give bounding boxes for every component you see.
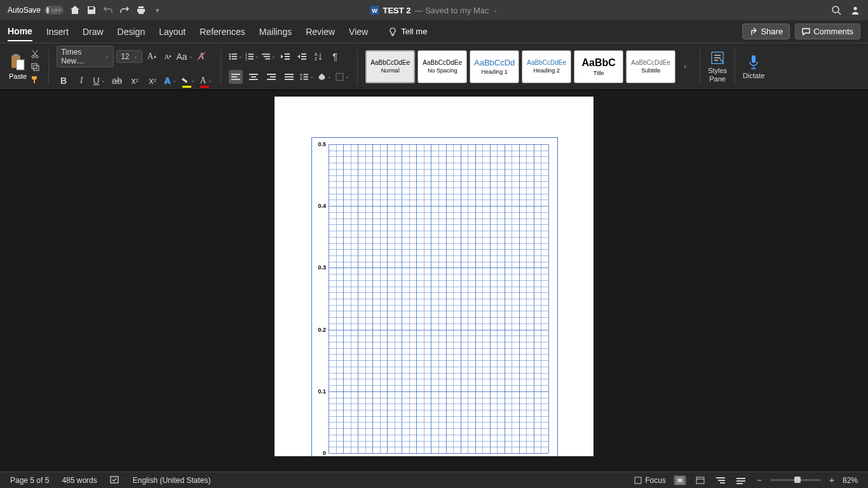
borders-icon[interactable]: ⌄: [336, 70, 349, 84]
svg-rect-37: [249, 74, 258, 75]
align-right-icon[interactable]: [264, 70, 278, 84]
italic-icon[interactable]: I: [74, 74, 88, 88]
focus-mode[interactable]: Focus: [634, 476, 666, 485]
ribbon-tabs: Home Insert Draw Design Layout Reference…: [0, 20, 868, 43]
account-icon[interactable]: [850, 5, 860, 15]
spellcheck-icon[interactable]: [110, 476, 120, 485]
style-heading-1[interactable]: AaBbCcDdHeading 1: [470, 50, 519, 83]
chevron-down-icon[interactable]: ⌄: [493, 7, 498, 13]
slider-thumb[interactable]: [794, 477, 801, 483]
svg-rect-31: [301, 58, 306, 60]
svg-rect-48: [304, 78, 308, 79]
redo-icon[interactable]: [119, 5, 130, 15]
language-indicator[interactable]: English (United States): [133, 476, 211, 485]
increase-font-icon[interactable]: A▴: [145, 50, 159, 64]
style-name: Heading 2: [534, 67, 560, 74]
underline-icon[interactable]: U⌄: [92, 74, 106, 88]
sort-icon[interactable]: AZ: [311, 50, 325, 64]
svg-rect-36: [231, 79, 240, 80]
style-subtitle[interactable]: AaBbCcDdEeSubtitle: [626, 50, 675, 83]
web-layout-view-icon[interactable]: [694, 475, 707, 485]
home-icon[interactable]: [70, 5, 80, 15]
increase-indent-icon[interactable]: [295, 50, 309, 64]
title-bar: AutoSave OFF ▾ W TEST 2 — Saved to my Ma…: [0, 0, 868, 20]
bold-icon[interactable]: B: [57, 74, 71, 88]
tab-insert[interactable]: Insert: [46, 23, 69, 41]
multilevel-list-icon[interactable]: ⌄: [262, 50, 276, 64]
document-canvas[interactable]: 00.10.20.30.40.50123456789101112131415: [0, 90, 868, 456]
decrease-indent-icon[interactable]: [278, 50, 292, 64]
svg-rect-14: [232, 56, 237, 57]
clear-formatting-icon[interactable]: A: [194, 50, 208, 64]
svg-text:3: 3: [245, 57, 247, 60]
customize-toolbar-icon[interactable]: ▾: [153, 5, 163, 15]
undo-icon[interactable]: [103, 5, 113, 15]
align-center-icon[interactable]: [247, 70, 261, 84]
comments-button[interactable]: Comments: [795, 24, 860, 39]
draft-view-icon[interactable]: [735, 475, 747, 485]
tab-mailings[interactable]: Mailings: [259, 23, 292, 41]
svg-rect-58: [718, 480, 725, 481]
svg-rect-56: [696, 477, 704, 484]
tell-me[interactable]: Tell me: [388, 27, 427, 36]
svg-rect-57: [716, 477, 725, 478]
zoom-out-icon[interactable]: －: [755, 475, 764, 486]
svg-rect-55: [677, 478, 682, 482]
dictate-button[interactable]: Dictate: [743, 54, 764, 79]
tab-design[interactable]: Design: [118, 23, 146, 41]
style-name: No Spacing: [428, 67, 458, 74]
save-icon[interactable]: [86, 5, 97, 15]
autosave-control[interactable]: AutoSave OFF: [8, 6, 64, 15]
zoom-value[interactable]: 82%: [843, 476, 858, 485]
numbering-icon[interactable]: 123⌄: [245, 50, 259, 64]
tab-references[interactable]: References: [200, 23, 245, 41]
print-layout-view-icon[interactable]: [674, 475, 686, 485]
font-name-dropdown[interactable]: Times New…⌄: [57, 46, 114, 67]
search-icon[interactable]: [831, 5, 841, 15]
style-title[interactable]: AaBbCTitle: [574, 50, 623, 83]
strikethrough-icon[interactable]: ab: [110, 74, 124, 88]
tab-review[interactable]: Review: [306, 23, 335, 41]
subscript-icon[interactable]: x2: [128, 74, 142, 88]
tab-layout[interactable]: Layout: [159, 23, 186, 41]
chart-object[interactable]: 00.10.20.30.40.50123456789101112131415: [311, 137, 558, 456]
paste-button[interactable]: Paste: [9, 53, 27, 80]
font-color-icon[interactable]: A⌄: [199, 74, 213, 88]
share-button[interactable]: Share: [742, 24, 790, 39]
show-marks-icon[interactable]: ¶: [328, 50, 342, 64]
outline-view-icon[interactable]: [714, 475, 727, 485]
line-spacing-icon[interactable]: ⌄: [300, 70, 314, 84]
print-icon[interactable]: [136, 5, 146, 15]
style-heading-2[interactable]: AaBbCcDdEeHeading 2: [522, 50, 571, 83]
format-painter-icon[interactable]: [29, 75, 41, 84]
svg-rect-61: [736, 480, 745, 482]
change-case-icon[interactable]: Aa⌄: [178, 50, 192, 64]
highlight-icon[interactable]: ⌄: [181, 74, 195, 88]
bullets-icon[interactable]: ⌄: [229, 50, 243, 64]
page-indicator[interactable]: Page 5 of 5: [10, 476, 49, 485]
word-count[interactable]: 485 words: [62, 476, 97, 485]
tab-home[interactable]: Home: [8, 22, 32, 41]
align-left-icon[interactable]: [229, 70, 243, 84]
font-size-dropdown[interactable]: 12⌄: [116, 50, 142, 63]
styles-more-icon[interactable]: ›: [678, 60, 692, 74]
copy-icon[interactable]: [29, 62, 41, 71]
document-title[interactable]: W TEST 2 — Saved to my Mac ⌄: [370, 6, 498, 15]
style-normal[interactable]: AaBbCcDdEeNormal: [365, 50, 415, 83]
cut-icon[interactable]: [29, 50, 41, 58]
zoom-slider[interactable]: [770, 479, 821, 481]
superscript-icon[interactable]: x2: [146, 74, 159, 88]
zoom-in-icon[interactable]: ＋: [827, 475, 836, 486]
autosave-toggle[interactable]: OFF: [44, 6, 64, 15]
tab-draw[interactable]: Draw: [83, 23, 104, 41]
plot-area: [329, 144, 548, 453]
shading-icon[interactable]: ⌄: [318, 70, 332, 84]
text-effects-icon[interactable]: A⌄: [163, 74, 177, 88]
style-preview: AaBbCcDdEe: [423, 59, 462, 66]
styles-pane-button[interactable]: StylesPane: [708, 50, 727, 82]
justify-icon[interactable]: [282, 70, 296, 84]
decrease-font-icon[interactable]: A▾: [161, 50, 175, 64]
tab-view[interactable]: View: [349, 23, 368, 41]
style-no-spacing[interactable]: AaBbCcDdEeNo Spacing: [417, 50, 467, 83]
svg-point-3: [853, 7, 857, 10]
